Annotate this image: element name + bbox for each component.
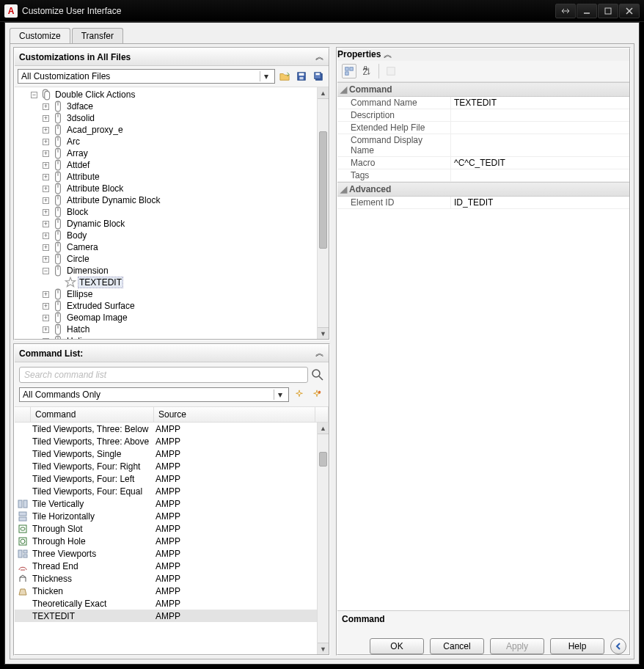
prop-row[interactable]: Tags bbox=[337, 169, 629, 182]
save-all-button[interactable] bbox=[311, 69, 326, 84]
tree-node[interactable]: +Helix bbox=[15, 335, 317, 339]
category-advanced[interactable]: ◢Advanced bbox=[337, 182, 629, 197]
prop-row[interactable]: Command NameTEXTEDIT bbox=[337, 97, 629, 109]
table-row[interactable]: Tile VerticallyAMPP bbox=[15, 497, 329, 510]
expand-icon[interactable]: + bbox=[43, 186, 49, 192]
expand-icon[interactable]: + bbox=[43, 115, 49, 122]
expand-icon[interactable]: + bbox=[43, 221, 49, 227]
tree-node[interactable]: −Double Click Actions bbox=[15, 89, 317, 100]
maximize-button[interactable] bbox=[598, 4, 618, 18]
tree-node[interactable]: +Block bbox=[15, 206, 317, 218]
table-row[interactable]: Tiled Viewports, Three: BelowAMPP bbox=[15, 423, 329, 435]
scroll-thumb[interactable] bbox=[319, 131, 327, 249]
command-grid[interactable]: Tiled Viewports, Three: BelowAMPPTiled V… bbox=[15, 423, 329, 654]
open-file-button[interactable] bbox=[277, 69, 292, 84]
table-row[interactable]: Tiled Viewports, Three: AboveAMPP bbox=[15, 435, 329, 447]
scroll-down-icon[interactable]: ▼ bbox=[318, 327, 329, 339]
expand-icon[interactable]: + bbox=[43, 233, 49, 239]
tree-node[interactable]: +Attribute Dynamic Block bbox=[15, 194, 317, 206]
grid-scrollbar[interactable]: ▲ ▼ bbox=[317, 423, 329, 654]
scroll-up-icon[interactable]: ▲ bbox=[318, 87, 329, 99]
collapse-icon[interactable]: − bbox=[43, 268, 49, 274]
apply-button[interactable]: Apply bbox=[490, 638, 544, 654]
grid-header-command[interactable]: Command bbox=[31, 407, 154, 422]
tree-node[interactable]: TEXTEDIT bbox=[15, 277, 317, 288]
tree-node[interactable]: +3dface bbox=[15, 100, 317, 112]
expand-icon[interactable]: + bbox=[43, 303, 49, 310]
tree-node[interactable]: +Body bbox=[15, 230, 317, 241]
ok-button[interactable]: OK bbox=[370, 638, 424, 654]
tab-transfer[interactable]: Transfer bbox=[72, 28, 123, 43]
prop-row[interactable]: Extended Help File bbox=[337, 122, 629, 134]
table-row[interactable]: Thread EndAMPP bbox=[15, 560, 329, 572]
tree-node[interactable]: +Dynamic Block bbox=[15, 218, 317, 230]
tree-scrollbar[interactable]: ▲ ▼ bbox=[317, 87, 329, 339]
tree-node[interactable]: +Attdef bbox=[15, 159, 317, 171]
expand-icon[interactable]: + bbox=[43, 127, 49, 134]
table-row[interactable]: Tile HorizontallyAMPP bbox=[15, 510, 329, 522]
alphabetical-view-button[interactable]: AZ bbox=[359, 64, 374, 78]
property-page-button[interactable] bbox=[384, 64, 398, 78]
prop-row[interactable]: Command Display Name bbox=[337, 134, 629, 157]
command-filter-dropdown[interactable]: All Commands Only ▾ bbox=[19, 387, 289, 402]
customization-files-dropdown[interactable]: All Customization Files ▾ bbox=[18, 69, 275, 84]
close-button[interactable] bbox=[619, 4, 640, 18]
scroll-up-icon[interactable]: ▲ bbox=[318, 423, 329, 434]
tree-node[interactable]: +Geomap Image bbox=[15, 312, 317, 323]
table-row[interactable]: Through HoleAMPP bbox=[15, 535, 329, 547]
tree-node[interactable]: +Arc bbox=[15, 136, 317, 147]
expand-button[interactable] bbox=[610, 638, 626, 654]
tree-node[interactable]: +Attribute Block bbox=[15, 183, 317, 194]
expand-icon[interactable]: + bbox=[43, 256, 49, 263]
expand-icon[interactable]: + bbox=[43, 291, 49, 298]
command-list-header[interactable]: Command List: ︽ bbox=[15, 345, 329, 362]
properties-header[interactable]: Properties ︽ bbox=[337, 48, 629, 61]
table-row[interactable]: Through SlotAMPP bbox=[15, 522, 329, 535]
customizations-tree[interactable]: −Double Click Actions+3dface+3dsolid+Aca… bbox=[15, 87, 317, 339]
tree-node[interactable]: +Extruded Surface bbox=[15, 300, 317, 312]
prop-row[interactable]: Element IDID_TEDIT bbox=[337, 197, 629, 209]
expand-icon[interactable]: + bbox=[43, 315, 49, 321]
expand-icon[interactable]: + bbox=[43, 174, 49, 180]
properties-grid[interactable]: ◢Command Command NameTEXTEDIT Descriptio… bbox=[337, 82, 629, 610]
tab-customize[interactable]: Customize bbox=[10, 28, 70, 43]
collapse-icon[interactable]: − bbox=[31, 92, 37, 98]
resize-button[interactable] bbox=[555, 4, 576, 18]
table-row[interactable]: Tiled Viewports, Four: EqualAMPP bbox=[15, 485, 329, 497]
search-input[interactable]: Search command list bbox=[19, 367, 308, 383]
expand-icon[interactable]: + bbox=[43, 197, 49, 204]
minimize-button[interactable] bbox=[577, 4, 597, 18]
expand-icon[interactable]: + bbox=[43, 162, 49, 169]
expand-icon[interactable]: + bbox=[43, 103, 49, 110]
tree-node[interactable]: +3dsolid bbox=[15, 112, 317, 124]
expand-icon[interactable]: + bbox=[43, 139, 49, 145]
tree-node[interactable]: +Circle bbox=[15, 253, 317, 265]
scroll-thumb[interactable] bbox=[319, 452, 327, 467]
tree-node[interactable]: +Ellipse bbox=[15, 288, 317, 300]
tree-node[interactable]: +Attribute bbox=[15, 171, 317, 183]
expand-icon[interactable]: + bbox=[43, 244, 49, 251]
table-row[interactable]: ThickenAMPP bbox=[15, 585, 329, 597]
new-command-button[interactable] bbox=[292, 387, 307, 402]
table-row[interactable]: Tiled Viewports, SingleAMPP bbox=[15, 447, 329, 460]
cancel-button[interactable]: Cancel bbox=[430, 638, 484, 654]
table-row[interactable]: Three ViewportsAMPP bbox=[15, 547, 329, 560]
prop-row[interactable]: Description bbox=[337, 109, 629, 122]
grid-header-source[interactable]: Source bbox=[154, 407, 315, 422]
table-row[interactable]: Tiled Viewports, Four: RightAMPP bbox=[15, 460, 329, 472]
category-command[interactable]: ◢Command bbox=[337, 82, 629, 97]
expand-icon[interactable]: + bbox=[43, 209, 49, 216]
save-button[interactable] bbox=[294, 69, 309, 84]
tree-node[interactable]: +Array bbox=[15, 147, 317, 159]
customizations-header[interactable]: Customizations in All Files ︽ bbox=[15, 48, 329, 66]
expand-icon[interactable]: + bbox=[43, 338, 49, 340]
new-command-star-button[interactable] bbox=[310, 387, 324, 402]
expand-icon[interactable]: + bbox=[43, 326, 49, 333]
categorized-view-button[interactable] bbox=[342, 64, 356, 78]
tree-node[interactable]: −Dimension bbox=[15, 265, 317, 277]
scroll-down-icon[interactable]: ▼ bbox=[318, 643, 329, 654]
expand-icon[interactable]: + bbox=[43, 150, 49, 157]
table-row[interactable]: TEXTEDITAMPP bbox=[15, 610, 329, 622]
search-icon[interactable] bbox=[311, 368, 324, 381]
prop-row[interactable]: Macro^C^C_TEDIT bbox=[337, 157, 629, 169]
